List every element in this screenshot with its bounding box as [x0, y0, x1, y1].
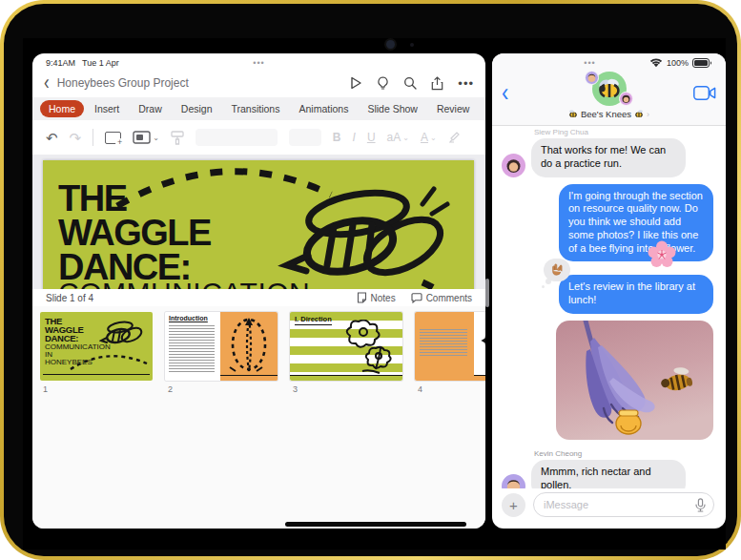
- tab-animations[interactable]: Animations: [290, 100, 357, 117]
- notes-button[interactable]: Notes: [357, 292, 396, 303]
- underline-button[interactable]: U: [367, 131, 376, 144]
- share-icon[interactable]: [431, 76, 443, 91]
- search-icon[interactable]: [403, 76, 417, 90]
- redo-icon[interactable]: ↷: [70, 131, 82, 145]
- powerpoint-window: 9:41AM Tue 1 Apr ••• ‹ Honeybees Group P…: [32, 53, 485, 529]
- microphone-icon[interactable]: [695, 498, 706, 512]
- group-avatar-cluster[interactable]: [585, 71, 634, 109]
- tab-draw[interactable]: Draw: [130, 100, 171, 117]
- thumbnail-3-wrap: I. Direction 3: [290, 312, 402, 529]
- imessage-input[interactable]: iMessage: [533, 492, 714, 517]
- thumbnail-3-number: 3: [293, 384, 402, 394]
- present-icon[interactable]: [349, 76, 362, 90]
- thumbnail-4-wrap: 4: [415, 312, 485, 529]
- slide-title[interactable]: THE WAGGLE DANCE:: [58, 181, 211, 284]
- window-drag-handle[interactable]: •••: [492, 58, 726, 68]
- message-row-received: That works for me! We can do a practice …: [492, 138, 726, 177]
- cherry-blossom-sticker[interactable]: [647, 239, 677, 270]
- slide-subtitle[interactable]: COMMUNICATION IN HONEYBEES: [58, 279, 310, 289]
- conversation-header: ‹: [492, 69, 726, 126]
- thumbnail-text-lines: [169, 325, 215, 373]
- thumbnail-2-wrap: Introduction 2: [165, 312, 278, 529]
- bee-icon: [597, 78, 622, 99]
- group-name-row[interactable]: Bee's Knees ›: [492, 109, 726, 119]
- message-row-sent: Let's review in the library at lunch!: [492, 275, 726, 314]
- tab-slideshow[interactable]: Slide Show: [359, 100, 426, 117]
- bold-button[interactable]: B: [333, 131, 341, 144]
- memoji-man-icon: [504, 477, 523, 488]
- front-camera: [386, 40, 395, 49]
- chevron-right-icon: ›: [647, 110, 649, 119]
- split-view-divider[interactable]: [485, 279, 489, 307]
- tab-transitions[interactable]: Transitions: [222, 100, 288, 117]
- comment-icon: [411, 293, 422, 303]
- love-you-gesture-icon: [550, 263, 564, 277]
- add-attachment-button[interactable]: +: [502, 493, 525, 517]
- thumbnail-4-number: 4: [418, 384, 485, 394]
- tab-view[interactable]: View: [480, 100, 485, 117]
- undo-icon[interactable]: ↶: [46, 131, 58, 145]
- facetime-video-icon[interactable]: [693, 86, 716, 100]
- imessage-placeholder: iMessage: [544, 499, 695, 510]
- message-bubble[interactable]: That works for me! We can do a practice …: [531, 138, 686, 177]
- photo-attachment-bee-flower[interactable]: [556, 321, 713, 440]
- tab-home[interactable]: Home: [40, 100, 84, 117]
- comments-button[interactable]: Comments: [411, 293, 472, 303]
- more-icon[interactable]: •••: [458, 76, 474, 91]
- tab-review[interactable]: Review: [428, 100, 478, 117]
- member-avatar-siew: [619, 92, 633, 106]
- message-bubble[interactable]: Let's review in the library at lunch!: [559, 275, 713, 314]
- sender-label: Siew Ping Chua: [534, 128, 726, 136]
- slide-thumbnail-1[interactable]: THE WAGGLE DANCE: COMMUNICATION IN HONEY…: [40, 312, 153, 381]
- left-status-bar: 9:41AM Tue 1 Apr •••: [32, 53, 485, 69]
- window-drag-handle[interactable]: •••: [32, 58, 485, 68]
- waggle-diagram-doodle: [220, 312, 278, 381]
- messages-window: ••• 100% ‹: [492, 53, 726, 529]
- message-bubble[interactable]: I'm going through the section on resourc…: [559, 184, 713, 262]
- mini-bee-doodle: [99, 318, 149, 346]
- honey-pot-sticker: [616, 410, 641, 434]
- thumbnail-2-heading: Introduction: [169, 315, 208, 321]
- message-row-received: Mmmm, rich nectar and pollen.: [492, 460, 726, 488]
- italic-button[interactable]: I: [353, 131, 356, 144]
- powerpoint-title-row: ‹ Honeybees Group Project •••: [32, 69, 485, 97]
- home-indicator[interactable]: [285, 522, 466, 527]
- right-status-bar: ••• 100%: [492, 53, 726, 69]
- avatar-kevin[interactable]: [502, 474, 525, 488]
- bee-icon: [634, 110, 644, 118]
- font-name-field[interactable]: [196, 129, 278, 146]
- new-slide-icon[interactable]: +: [105, 132, 121, 144]
- text-case-button[interactable]: aA⌄: [387, 131, 409, 144]
- font-size-field[interactable]: [289, 129, 321, 146]
- document-title[interactable]: Honeybees Group Project: [57, 76, 189, 90]
- mini-dash-doodle: [69, 352, 149, 373]
- notes-icon: [357, 292, 367, 303]
- tab-design[interactable]: Design: [173, 100, 221, 117]
- back-icon[interactable]: ‹: [502, 79, 508, 106]
- screen: 9:41AM Tue 1 Apr ••• ‹ Honeybees Group P…: [23, 38, 726, 550]
- back-icon[interactable]: ‹: [44, 72, 50, 93]
- angle-diagram-doodle: [474, 312, 485, 375]
- memoji-woman-icon: [504, 156, 523, 175]
- designer-lightbulb-icon[interactable]: [377, 76, 389, 91]
- format-painter-icon[interactable]: [171, 131, 184, 145]
- tab-insert[interactable]: Insert: [86, 100, 128, 117]
- slide-status-row: Slide 1 of 4 Notes Comments: [32, 289, 485, 306]
- bee-icon: [568, 110, 578, 118]
- message-bubble[interactable]: Mmmm, rich nectar and pollen.: [531, 460, 686, 488]
- tapback-love-you-gesture[interactable]: [544, 259, 570, 281]
- message-composer: + iMessage: [492, 488, 726, 529]
- thumbnail-2-number: 2: [168, 384, 278, 394]
- slide-layout-icon[interactable]: ⌄: [133, 131, 159, 144]
- thumbnail-3-heading: I. Direction: [295, 315, 332, 325]
- slide-1[interactable]: THE WAGGLE DANCE: COMMUNICATION IN HONEY…: [43, 160, 474, 289]
- member-avatar-kevin: [585, 71, 599, 85]
- font-color-button[interactable]: A⌄: [421, 131, 437, 144]
- highlighter-icon[interactable]: [448, 131, 461, 144]
- slide-thumbnail-4[interactable]: [415, 312, 485, 381]
- slide-thumbnail-2[interactable]: Introduction: [165, 312, 278, 381]
- thumbnail-text-lines: [420, 329, 467, 358]
- camera-sensor-dot: [410, 43, 414, 47]
- avatar-siew[interactable]: [502, 154, 525, 177]
- slide-thumbnail-3[interactable]: I. Direction: [290, 312, 402, 381]
